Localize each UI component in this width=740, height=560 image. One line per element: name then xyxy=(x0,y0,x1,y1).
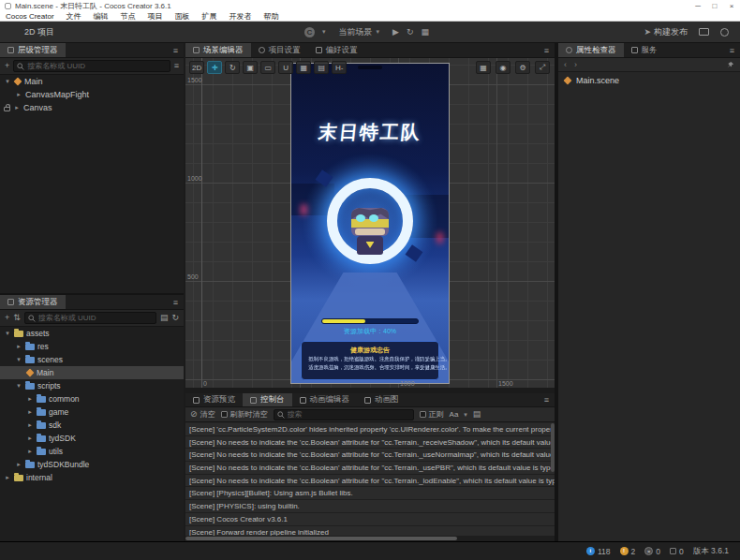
add-node-button[interactable]: + xyxy=(5,62,9,70)
tab-animation-graph[interactable]: 动画图 xyxy=(357,393,407,406)
tab-project-settings[interactable]: 项目设置 xyxy=(251,43,308,57)
console-log-list[interactable]: [Scene] 'cc.ParticleSystem2D.color' hide… xyxy=(185,423,555,536)
tab-inspector[interactable]: 属性检查器 xyxy=(558,43,624,57)
error-count[interactable]: × 0 xyxy=(644,547,660,556)
assets-search-input[interactable] xyxy=(24,312,156,324)
chevron-collapsed-icon[interactable]: ▸ xyxy=(15,91,22,98)
tab-console[interactable]: 控制台 xyxy=(243,393,292,406)
asset-row-game[interactable]: ▸ game xyxy=(0,405,184,419)
scene-viewport[interactable]: 2D ✛ ↻ ▣ ▭ U ▦ ▤ H- ▦ ◉ ⚙ ⤢ 1500 1000 50… xyxy=(185,58,555,388)
cocos-logo-icon[interactable]: C xyxy=(304,27,315,37)
history-back-icon[interactable]: ‹ xyxy=(564,60,567,69)
pin-icon[interactable] xyxy=(726,61,734,69)
console-menu-icon[interactable]: ≡ xyxy=(539,393,555,406)
2d-3d-toggle[interactable]: 2D xyxy=(189,61,204,74)
gizmo-settings-icon[interactable]: ⚙ xyxy=(515,61,530,74)
asset-row-tydsdkbundle[interactable]: ▸ tydSDKBundle xyxy=(0,458,184,471)
tab-hierarchy[interactable]: 层级管理器 xyxy=(0,43,66,57)
asset-row-res[interactable]: ▸ res xyxy=(0,340,184,353)
regex-checkbox[interactable]: 正则 xyxy=(420,409,444,420)
filter-icon[interactable]: ≡ xyxy=(174,62,179,70)
menu-help[interactable]: 帮助 xyxy=(264,11,279,22)
console-search-input[interactable] xyxy=(274,409,414,420)
refresh-icon[interactable]: ↻ xyxy=(171,314,179,322)
sort-icon[interactable]: ⇅ xyxy=(13,314,21,322)
hierarchy-node-canvasmapfight[interactable]: ▸ CanvasMapFight xyxy=(0,88,184,101)
info-count[interactable]: i 118 xyxy=(586,547,611,556)
log-row[interactable]: [Scene] [PHYSICS]: using builtin. xyxy=(185,500,555,513)
step-frame-button[interactable]: ▦ xyxy=(422,27,430,37)
maximize-button[interactable]: □ xyxy=(706,2,723,10)
tab-assets[interactable]: 资源管理器 xyxy=(0,295,66,309)
menu-cocos-creator[interactable]: Cocos Creator xyxy=(6,12,54,21)
account-icon[interactable] xyxy=(720,28,729,37)
build-publish-button[interactable]: ➤ 构建发布 xyxy=(644,26,688,38)
menu-edit[interactable]: 编辑 xyxy=(94,11,109,22)
log-row[interactable]: [Scene] No needs to indicate the 'cc.Boo… xyxy=(185,449,555,462)
clear-on-refresh-checkbox[interactable]: 刷新时清空 xyxy=(221,409,268,420)
menu-file[interactable]: 文件 xyxy=(67,11,81,22)
device-preview-icon[interactable] xyxy=(699,28,709,36)
chevron-down-icon[interactable]: ▾ xyxy=(322,28,326,36)
play-button[interactable]: ▶ xyxy=(392,27,399,37)
asset-row-scripts[interactable]: ▾ scripts xyxy=(0,379,184,392)
tab-asset-preview[interactable]: 资源预览 xyxy=(185,393,243,406)
export-log-icon[interactable]: ▤ xyxy=(473,410,481,419)
menu-node[interactable]: 节点 xyxy=(121,11,136,22)
move-tool-button[interactable]: ✛ xyxy=(207,61,222,74)
log-row[interactable]: [Scene] 'cc.ParticleSystem2D.color' hide… xyxy=(185,423,555,436)
clear-console-button[interactable]: ⊘ 清空 xyxy=(190,409,215,420)
case-sensitive-button[interactable]: Aa xyxy=(450,410,459,419)
log-row[interactable]: [Scene] Forward render pipeline initiali… xyxy=(185,526,555,537)
scene-menu-icon[interactable]: ≡ xyxy=(539,43,555,57)
assets-menu-icon[interactable]: ≡ xyxy=(168,295,184,309)
camera-icon[interactable]: ◉ xyxy=(496,61,511,74)
warning-count[interactable]: ! 2 xyxy=(620,547,636,556)
hierarchy-search-input[interactable] xyxy=(13,60,170,72)
scale-tool-button[interactable]: ▣ xyxy=(243,61,258,74)
menu-panel[interactable]: 面板 xyxy=(175,11,190,22)
asset-row-common[interactable]: ▸ common xyxy=(0,392,184,405)
add-asset-button[interactable]: + xyxy=(5,314,9,322)
rotate-tool-button[interactable]: ↻ xyxy=(225,61,240,74)
tab-service[interactable]: 服务 xyxy=(624,43,665,57)
asset-row-scenes[interactable]: ▾ scenes xyxy=(0,353,184,366)
close-button[interactable]: × xyxy=(723,2,740,10)
tab-animation-editor[interactable]: 动画编辑器 xyxy=(292,393,358,406)
history-forward-icon[interactable]: › xyxy=(574,60,577,69)
list-view-icon[interactable]: ▤ xyxy=(160,314,169,322)
hierarchy-menu-icon[interactable]: ≡ xyxy=(168,43,184,57)
pivot-toggle-button[interactable]: ▦ xyxy=(296,61,311,74)
inspector-menu-icon[interactable]: ≡ xyxy=(724,43,740,57)
asset-row-internal[interactable]: ▸ internal xyxy=(0,471,184,484)
hierarchy-node-canvas[interactable]: ▸ Canvas xyxy=(0,101,184,114)
chevron-expanded-icon[interactable]: ▾ xyxy=(4,78,11,85)
menu-developer[interactable]: 开发者 xyxy=(229,11,252,22)
game-preview-canvas[interactable]: 末日特工队 资源加载中：40% xyxy=(290,63,450,384)
asset-row-sdk[interactable]: ▸ sdk xyxy=(0,419,184,432)
asset-row-tydsdk[interactable]: ▸ tydSDK xyxy=(0,432,184,445)
asset-row-utils[interactable]: ▸ utils xyxy=(0,445,184,458)
tab-scene-editor[interactable]: 场景编辑器 xyxy=(185,43,251,57)
coord-toggle-button[interactable]: ▤ xyxy=(314,61,329,74)
preview-target-select[interactable]: 当前场景 ▾ xyxy=(333,24,386,40)
rect-tool-button[interactable]: ▭ xyxy=(260,61,275,74)
fullscreen-icon[interactable]: ⤢ xyxy=(535,61,550,74)
hierarchy-node-main[interactable]: ▾ Main xyxy=(0,75,184,88)
grid-visibility-icon[interactable]: ▦ xyxy=(476,61,491,74)
log-row[interactable]: [Scene] Cocos Creator v3.6.1 xyxy=(185,513,555,526)
chevron-down-icon[interactable]: ▾ xyxy=(464,411,467,419)
snap-settings-button[interactable]: H- xyxy=(332,61,347,74)
asset-row-main-scene[interactable]: Main xyxy=(0,366,184,379)
log-row[interactable]: [Scene] [Physics][Bullet]: Using asm.js … xyxy=(185,487,555,500)
log-row[interactable]: [Scene] No needs to indicate the 'cc.Boo… xyxy=(185,475,555,488)
menu-extension[interactable]: 扩展 xyxy=(202,11,217,22)
task-count[interactable]: 0 xyxy=(670,547,684,556)
inspector-selected-asset[interactable]: Main.scene xyxy=(558,72,740,88)
refresh-button[interactable]: ↻ xyxy=(407,27,414,37)
menu-project[interactable]: 项目 xyxy=(148,11,163,22)
chevron-collapsed-icon[interactable]: ▸ xyxy=(13,104,21,111)
ui-tool-button[interactable]: U xyxy=(278,61,293,74)
log-row[interactable]: [Scene] No needs to indicate the 'cc.Boo… xyxy=(185,436,555,449)
lock-icon[interactable] xyxy=(4,107,10,111)
